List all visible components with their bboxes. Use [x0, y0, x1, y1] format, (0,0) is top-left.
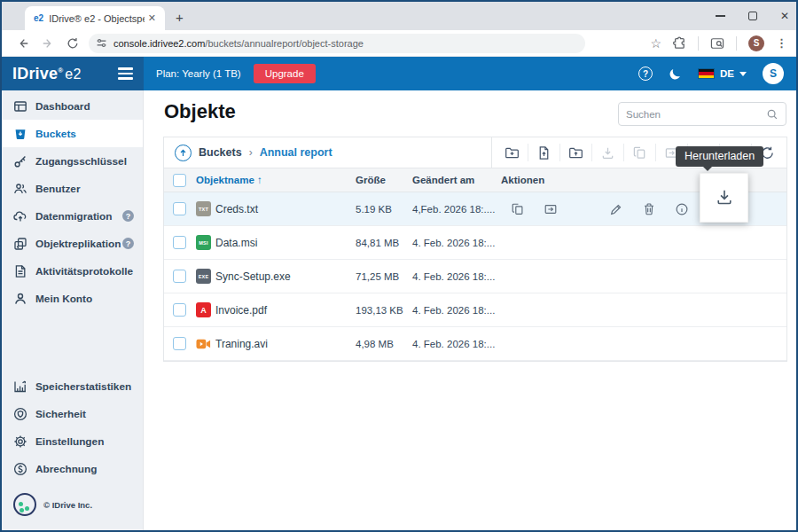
- sidebar-item-buckets[interactable]: Buckets: [2, 120, 143, 147]
- dashboard-icon: [13, 99, 27, 113]
- upgrade-button[interactable]: Upgrade: [254, 64, 316, 83]
- key-icon: [13, 154, 27, 168]
- sidebar-item-data-migration[interactable]: Datenmigration ?: [2, 202, 143, 230]
- sidebar-item-activity-logs[interactable]: Aktivitätsprotokolle: [2, 257, 143, 285]
- upload-folder-icon[interactable]: [559, 144, 591, 161]
- account-avatar[interactable]: S: [763, 63, 784, 84]
- sidebar-item-storage-stats[interactable]: Speicherstatistiken: [2, 372, 143, 400]
- favicon-e2: e2: [34, 13, 43, 23]
- row-checkbox[interactable]: [173, 270, 186, 283]
- bookmark-star-icon[interactable]: ☆: [650, 36, 661, 51]
- row-copy-icon[interactable]: [501, 202, 534, 216]
- help-badge-icon[interactable]: ?: [122, 210, 134, 222]
- download-icon: [714, 187, 735, 208]
- back-icon[interactable]: [17, 37, 29, 50]
- table-row[interactable]: A Invoice.pdf 193,13 KB 4. Feb. 2026 18:…: [164, 293, 786, 327]
- dark-mode-moon-icon[interactable]: [669, 67, 682, 81]
- help-badge-icon[interactable]: ?: [122, 238, 134, 249]
- browser-tab[interactable]: e2 IDrive® e2 - Objectspeicher ✕: [25, 6, 165, 30]
- upload-file-icon[interactable]: [528, 144, 559, 161]
- object-name[interactable]: Sync-Setup.exe: [215, 270, 356, 283]
- url-host: console.idrivee2.com: [113, 38, 205, 49]
- account-icon: [13, 292, 27, 306]
- row-checkbox[interactable]: [173, 337, 186, 350]
- sidebar-item-object-replication[interactable]: Objektreplikation ?: [2, 230, 143, 257]
- bucket-home-icon[interactable]: [175, 145, 192, 161]
- browser-tabstrip: e2 IDrive® e2 - Objectspeicher ✕ + ✕: [2, 2, 796, 30]
- object-name[interactable]: Creds.txt: [215, 203, 356, 215]
- activity-log-icon: [13, 264, 27, 278]
- extensions-icon[interactable]: [673, 36, 686, 50]
- url-path: /buckets/annualreport/object-storage: [205, 38, 364, 49]
- column-objektname[interactable]: Objektname ↑: [196, 175, 356, 185]
- idrive-cookie-logo: [13, 493, 36, 516]
- cloud-migration-icon: [13, 209, 27, 223]
- language-selector[interactable]: DE: [698, 68, 747, 79]
- object-name[interactable]: Data.msi: [215, 237, 356, 249]
- reload-icon[interactable]: [66, 37, 79, 50]
- exe-file-icon: EXE: [196, 269, 211, 284]
- row-checkbox[interactable]: [173, 236, 186, 249]
- window-close-button[interactable]: ✕: [780, 10, 789, 22]
- browser-menu-icon[interactable]: ⋮: [776, 36, 787, 50]
- sidebar-item-security[interactable]: Sicherheit: [2, 400, 143, 427]
- hamburger-menu-icon[interactable]: [118, 67, 133, 79]
- forward-icon[interactable]: [42, 37, 54, 50]
- app-header: IDrive®e2 Plan: Yearly (1 TB) Upgrade ? …: [2, 57, 796, 90]
- browser-profile-avatar[interactable]: S: [748, 35, 764, 51]
- copy-icon[interactable]: [623, 144, 655, 161]
- msi-file-icon: MSI: [196, 235, 211, 250]
- billing-icon: [13, 462, 27, 476]
- help-icon[interactable]: ?: [638, 66, 653, 81]
- row-move-icon[interactable]: [534, 202, 567, 216]
- users-icon: [13, 182, 27, 196]
- create-folder-icon[interactable]: [496, 145, 528, 160]
- page-title: Objekte: [164, 100, 236, 123]
- search-tabs-icon[interactable]: [710, 37, 724, 50]
- copyright-text: © IDrive Inc.: [43, 500, 92, 510]
- sidebar-item-dashboard[interactable]: Dashboard: [2, 92, 143, 120]
- shield-icon: [13, 407, 27, 421]
- plan-label: Plan: Yearly (1 TB): [156, 68, 241, 79]
- sort-asc-icon[interactable]: ↑: [257, 175, 262, 185]
- txt-file-icon: TXT: [196, 201, 211, 216]
- site-settings-icon[interactable]: [96, 37, 107, 49]
- row-info-icon[interactable]: [665, 202, 698, 216]
- sidebar-item-settings[interactable]: Einstellungen: [2, 427, 143, 455]
- sidebar-item-billing[interactable]: Abrechnung: [2, 455, 143, 482]
- tab-title: IDrive® e2 - Objectspeicher: [49, 13, 145, 24]
- row-delete-icon[interactable]: [632, 202, 665, 216]
- object-size: 5.19 KB: [356, 204, 412, 215]
- window-maximize-button[interactable]: [748, 12, 757, 20]
- download-icon[interactable]: [591, 144, 623, 161]
- url-bar[interactable]: console.idrivee2.com/buckets/annualrepor…: [89, 34, 585, 53]
- table-row[interactable]: MSI Data.msi 84,81 MB 4. Feb. 2026 18:..…: [164, 226, 786, 260]
- breadcrumb-current[interactable]: Annual report: [260, 146, 332, 159]
- search-box[interactable]: [618, 102, 786, 126]
- row-download-button[interactable]: [700, 173, 748, 223]
- column-geaendert-am[interactable]: Geändert am: [412, 175, 501, 185]
- new-tab-button[interactable]: +: [176, 10, 184, 25]
- row-edit-icon[interactable]: [599, 202, 632, 216]
- sidebar-item-users[interactable]: Benutzer: [2, 175, 143, 202]
- sidebar: Dashboard Buckets Zugangsschlüssel Benut…: [2, 90, 144, 530]
- table-row[interactable]: Traning.avi 4,98 MB 4. Feb. 2026 18:...: [164, 327, 786, 361]
- search-input[interactable]: [626, 109, 766, 120]
- select-all-checkbox[interactable]: [173, 174, 186, 187]
- object-modified: 4. Feb. 2026 18:...: [412, 238, 501, 248]
- window-minimize-button[interactable]: [716, 15, 725, 17]
- object-name[interactable]: Traning.avi: [215, 338, 356, 350]
- close-tab-icon[interactable]: ✕: [145, 12, 160, 24]
- table-row[interactable]: TXT Creds.txt 5.19 KB 4,Feb. 2026 18:...…: [164, 192, 786, 226]
- breadcrumb-buckets[interactable]: Buckets: [199, 146, 242, 159]
- table-row[interactable]: EXE Sync-Setup.exe 71,25 MB 4. Feb. 2026…: [164, 260, 786, 293]
- row-checkbox[interactable]: [173, 303, 186, 317]
- object-modified: 4. Feb. 2026 18:...: [412, 271, 501, 282]
- sidebar-footer: © IDrive Inc.: [2, 484, 143, 530]
- sidebar-item-access-keys[interactable]: Zugangsschlüssel: [2, 147, 143, 175]
- sidebar-item-my-account[interactable]: Mein Konto: [2, 285, 143, 312]
- row-checkbox[interactable]: [173, 202, 186, 215]
- object-name[interactable]: Invoice.pdf: [215, 304, 356, 317]
- objects-panel: Buckets › Annual report: [163, 137, 787, 362]
- column-groesse[interactable]: Größe: [356, 175, 412, 185]
